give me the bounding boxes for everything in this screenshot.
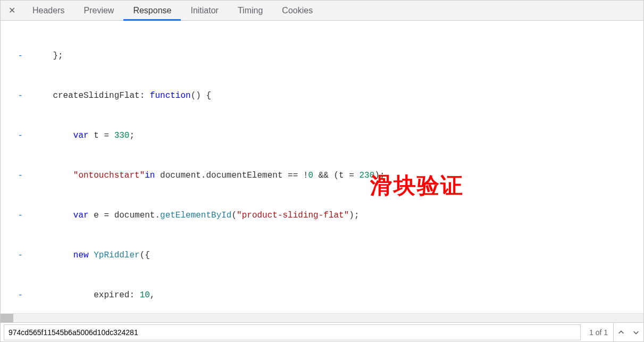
tab-response[interactable]: Response	[123, 1, 181, 21]
devtools-tabbar: ✕ Headers Preview Response Initiator Tim…	[1, 1, 643, 21]
search-prev-button[interactable]	[614, 323, 629, 342]
tab-headers[interactable]: Headers	[23, 1, 74, 21]
fold-gutter[interactable]: -	[1, 209, 32, 222]
tab-timing[interactable]: Timing	[228, 1, 272, 21]
fold-gutter[interactable]: -	[1, 89, 32, 103]
response-body[interactable]: - }; - createSlidingFlat: function() { -…	[1, 21, 643, 313]
chevron-up-icon	[617, 329, 625, 336]
annotation-label: 滑块验证	[370, 171, 464, 201]
tab-initiator[interactable]: Initiator	[181, 1, 228, 21]
fold-gutter[interactable]: -	[1, 289, 32, 302]
search-input[interactable]	[4, 324, 581, 340]
tab-cookies[interactable]: Cookies	[272, 1, 322, 21]
fold-gutter[interactable]: -	[1, 49, 32, 63]
fold-gutter[interactable]: -	[1, 249, 32, 262]
close-icon[interactable]: ✕	[4, 5, 20, 15]
fold-gutter[interactable]: -	[1, 169, 32, 182]
horizontal-scrollbar[interactable]	[1, 313, 643, 322]
search-next-button[interactable]	[629, 323, 643, 342]
search-result-count: 1 of 1	[584, 328, 613, 337]
tab-preview[interactable]: Preview	[74, 1, 123, 21]
chevron-down-icon	[632, 329, 640, 336]
search-bar: 1 of 1	[1, 322, 643, 341]
fold-gutter[interactable]: -	[1, 129, 32, 143]
scrollbar-thumb[interactable]	[1, 314, 13, 322]
